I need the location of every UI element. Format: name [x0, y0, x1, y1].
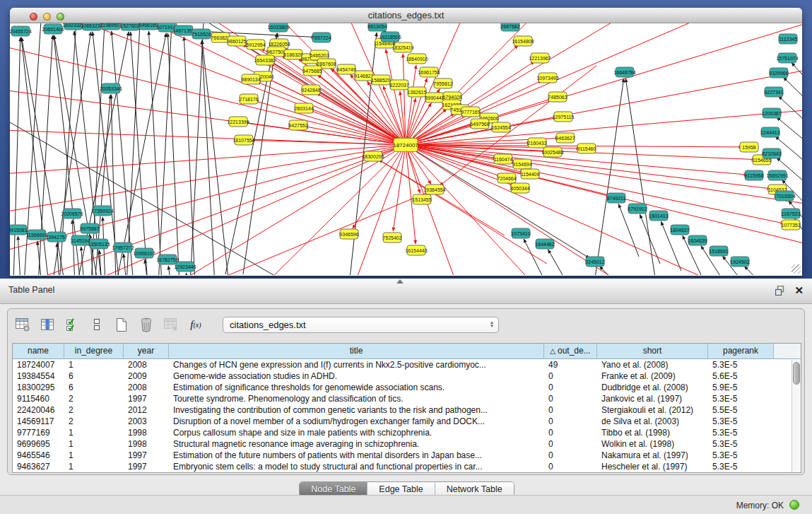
citation-edge-red[interactable]: [406, 145, 802, 207]
graph-node-label: 9915081: [10, 228, 28, 233]
network-table-select[interactable]: citations_edges.txt ▲▼: [223, 317, 499, 333]
graph-node-label: 6794028: [442, 95, 461, 100]
table-row[interactable]: 2242004622012Investigating the contribut…: [13, 404, 801, 416]
graph-node-label: 9346596: [339, 232, 358, 237]
status-bar: Memory: OK: [0, 495, 812, 514]
citation-edge-red[interactable]: [406, 23, 738, 145]
table-row[interactable]: 911546021997Tourette syndrome. Phenomeno…: [13, 393, 801, 404]
column-header-title[interactable]: title: [169, 344, 544, 359]
graph-node-label: 8186328: [283, 52, 302, 57]
table-row[interactable]: 946362711997Embryonic stem cells: a mode…: [13, 461, 801, 472]
citation-edge-red[interactable]: [10, 87, 406, 145]
network-table-select-value: citations_edges.txt: [230, 320, 306, 330]
panel-resize-grip[interactable]: [396, 279, 404, 284]
table-row[interactable]: 977716911998Corpus callosum shape and si…: [13, 427, 801, 438]
graph-node-label: 16961758: [418, 70, 440, 75]
citation-edge-black[interactable]: [744, 266, 766, 275]
table-cell: 19384554: [13, 370, 64, 382]
window-resize-grip[interactable]: [792, 264, 801, 274]
table-cell: 0: [544, 461, 597, 472]
network-canvas[interactable]: 7663822986012559129541822605898275081654…: [10, 23, 802, 275]
graph-node-label: 9329966: [769, 71, 788, 76]
citation-edge-red[interactable]: [317, 93, 406, 145]
graph-node-label: 9242848: [301, 88, 320, 93]
graph-node-label: 1077353: [781, 223, 800, 228]
memory-status-indicator[interactable]: [789, 500, 799, 510]
table-cell: 9699695: [13, 438, 64, 450]
graph-node-label: 1362615: [407, 90, 426, 95]
graph-node-label: 9475685: [302, 69, 322, 74]
table-row[interactable]: 946554611997Estimation of the future num…: [13, 450, 801, 461]
unselect-rows-icon[interactable]: [89, 317, 105, 332]
tab-node-table[interactable]: Node Table: [300, 482, 367, 496]
table-cell: 6: [64, 370, 124, 382]
table-row[interactable]: 1830029562008Estimation of significance …: [13, 382, 801, 393]
close-panel-icon[interactable]: ✕: [794, 284, 804, 297]
citation-edge-black[interactable]: [190, 23, 204, 275]
graph-node-label: 18300295: [362, 154, 384, 159]
citation-edge-black[interactable]: [186, 273, 188, 275]
citation-edge-black[interactable]: [595, 78, 624, 275]
select-all-rows-icon[interactable]: [64, 317, 80, 332]
delete-rows-icon[interactable]: [139, 317, 154, 332]
table-cell: 5.3E-5: [708, 427, 774, 438]
citation-edge-black[interactable]: [548, 250, 568, 275]
citation-edge-black[interactable]: [625, 78, 655, 275]
citation-edge-black[interactable]: [779, 96, 802, 144]
show-columns-icon[interactable]: [40, 317, 55, 332]
table-cell: 5.3E-5: [708, 393, 774, 404]
citation-edge-black[interactable]: [100, 250, 102, 275]
column-header-pagerank[interactable]: pagerank: [708, 344, 774, 359]
column-header-out-degree[interactable]: △out_de...: [544, 344, 597, 359]
table-row[interactable]: 969969511998Structural magnetic resonanc…: [13, 438, 801, 450]
tab-network-table[interactable]: Network Table: [435, 482, 514, 496]
citation-edge-black[interactable]: [599, 266, 618, 275]
node-table: name in_degree year title △out_de... sho…: [12, 343, 801, 473]
citation-edge-red[interactable]: [406, 145, 802, 250]
citation-edge-red[interactable]: [393, 145, 406, 231]
table-cell: 9777169: [13, 427, 64, 438]
column-header-in-degree[interactable]: in_degree: [64, 344, 124, 359]
graph-node-label: 20053346: [100, 86, 122, 91]
graph-node-label: 8427552: [288, 123, 307, 128]
table-cell: 1: [64, 359, 124, 370]
citation-edge-black[interactable]: [148, 31, 162, 275]
graph-node-label: 9115460: [577, 146, 596, 151]
table-cell: Genome-wide association studies in ADHD.: [169, 370, 544, 382]
citation-edge-black[interactable]: [792, 63, 802, 105]
tab-edge-table[interactable]: Edge Table: [367, 482, 434, 496]
application-window: citations_edges.txt 76638229860125591295…: [0, 0, 812, 514]
citation-edge-black[interactable]: [124, 254, 126, 275]
table-row[interactable]: 1456911722003Disruption of a novel membe…: [13, 416, 801, 427]
citation-edge-black[interactable]: [13, 37, 20, 275]
graph-node-label: 17359924: [91, 209, 113, 214]
citation-edge-red[interactable]: [406, 23, 802, 145]
scrollbar-thumb[interactable]: [793, 362, 800, 385]
column-header-short[interactable]: short: [597, 344, 708, 359]
citation-edge-black[interactable]: [168, 266, 171, 275]
table-vertical-scrollbar[interactable]: [792, 360, 801, 472]
graph-node-label: 8115958: [745, 173, 764, 178]
new-file-icon[interactable]: [114, 317, 129, 332]
modify-table-icon[interactable]: [15, 317, 30, 332]
graph-node-label: 15958: [742, 145, 756, 150]
citation-edge-red[interactable]: [250, 145, 406, 275]
column-header-name[interactable]: name: [13, 344, 64, 359]
function-builder-icon[interactable]: f(x): [188, 317, 204, 332]
table-cell: Changes of HCN gene expression and I(f) …: [169, 359, 544, 370]
table-row[interactable]: 1938455462009Genome-wide association stu…: [13, 370, 801, 382]
table-cell: Wolkin et al. (1998): [597, 438, 708, 450]
network-window-titlebar[interactable]: citations_edges.txt: [10, 8, 802, 23]
citation-edge-red[interactable]: [386, 49, 406, 145]
table-row[interactable]: 1872400712008Changes of HCN gene express…: [13, 359, 801, 370]
citation-edge-black[interactable]: [640, 214, 660, 264]
graph-node-label: 1804637: [670, 228, 689, 233]
float-panel-icon[interactable]: [775, 286, 785, 296]
citation-edge-black[interactable]: [116, 33, 166, 275]
citation-edge-black[interactable]: [18, 236, 20, 275]
table-cell: 0: [544, 438, 597, 450]
citation-graph[interactable]: 7663822986012559129541822605898275081654…: [10, 23, 802, 275]
network-window[interactable]: citations_edges.txt 76638229860125591295…: [10, 8, 802, 276]
column-header-year[interactable]: year: [124, 344, 169, 359]
table-panel-header: Table Panel ✕: [0, 279, 812, 304]
